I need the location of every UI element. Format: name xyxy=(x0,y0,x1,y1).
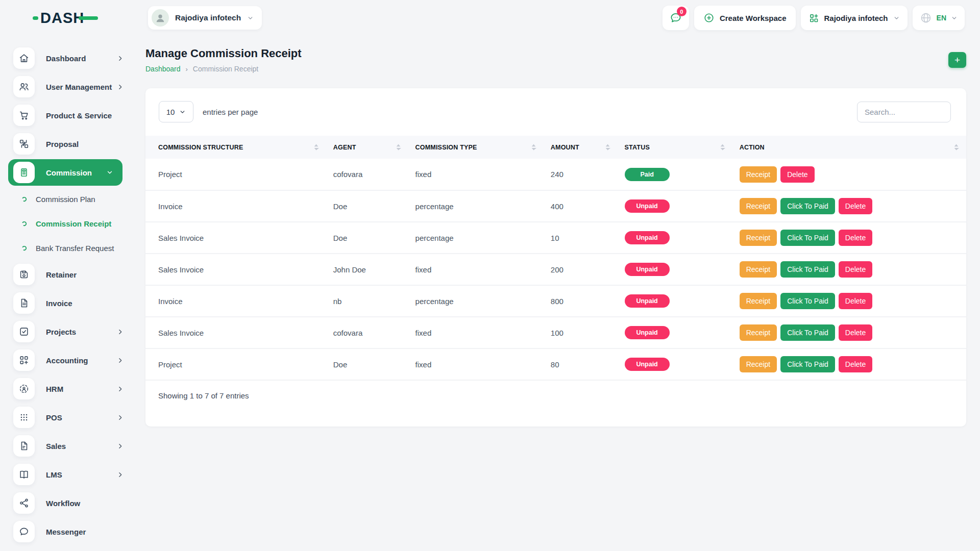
receipt-button[interactable]: Receipt xyxy=(740,198,777,214)
user-workspace-selector[interactable]: Rajodiya infotech xyxy=(148,6,262,30)
cell-commission-structure: Sales Invoice xyxy=(145,222,326,254)
cell-amount: 800 xyxy=(544,285,618,317)
sidebar-item-user-management[interactable]: User Management xyxy=(8,72,138,101)
receipt-button[interactable]: Receipt xyxy=(740,356,777,372)
sidebar-item-lms[interactable]: LMS xyxy=(8,460,138,489)
status-badge: Unpaid xyxy=(625,199,670,213)
delete-button[interactable]: Delete xyxy=(839,198,872,214)
check-square-icon xyxy=(13,321,35,342)
receipt-button[interactable]: Receipt xyxy=(740,166,777,183)
bullet-icon xyxy=(21,245,27,251)
sidebar-item-label: POS xyxy=(46,413,117,422)
sidebar: DashboardUser ManagementProduct & Servic… xyxy=(0,36,138,546)
sidebar-subitem-label: Bank Transfer Request xyxy=(36,244,114,253)
svg-text:DASH: DASH xyxy=(40,10,84,26)
cell-commission-type: fixed xyxy=(408,317,544,348)
chevron-right-icon xyxy=(117,84,124,90)
create-workspace-button[interactable]: Create Workspace xyxy=(694,6,796,30)
column-header-action[interactable]: ACTION xyxy=(732,136,966,159)
sidebar-item-workflow[interactable]: Workflow xyxy=(8,489,138,517)
sidebar-item-sales[interactable]: Sales xyxy=(8,432,138,460)
cell-actions: ReceiptClick To PaidDelete xyxy=(732,222,966,254)
sidebar-item-retainer[interactable]: Retainer xyxy=(8,260,138,289)
entries-per-page-select[interactable]: 10 xyxy=(159,101,193,122)
entries-per-page-value: 10 xyxy=(166,108,175,116)
cell-status: Unpaid xyxy=(618,222,732,254)
sidebar-subitem-bank-transfer-request[interactable]: Bank Transfer Request xyxy=(8,236,138,260)
column-header-amount[interactable]: AMOUNT xyxy=(544,136,618,159)
sidebar-subitem-commission-plan[interactable]: Commission Plan xyxy=(8,187,138,211)
language-selector[interactable]: EN xyxy=(913,6,965,30)
cell-amount: 80 xyxy=(544,348,618,380)
messages-button[interactable]: 0 xyxy=(663,6,689,30)
sidebar-item-messenger[interactable]: Messenger xyxy=(8,517,138,546)
delete-button[interactable]: Delete xyxy=(780,166,814,183)
receipt-button[interactable]: Receipt xyxy=(740,293,777,309)
sidebar-item-proposal[interactable]: Proposal xyxy=(8,130,138,158)
swap-icon xyxy=(13,133,35,155)
click-to-paid-button[interactable]: Click To Paid xyxy=(780,261,835,278)
click-to-paid-button[interactable]: Click To Paid xyxy=(780,230,835,246)
search-input[interactable] xyxy=(857,102,951,122)
sidebar-item-commission[interactable]: Commission xyxy=(8,159,122,186)
delete-button[interactable]: Delete xyxy=(839,324,872,341)
receipt-button[interactable]: Receipt xyxy=(740,324,777,341)
cell-commission-structure: Project xyxy=(145,348,326,380)
file-icon xyxy=(13,435,35,457)
column-header-status[interactable]: STATUS xyxy=(618,136,732,159)
cell-commission-type: percentage xyxy=(408,190,544,222)
cell-amount: 100 xyxy=(544,317,618,348)
sidebar-subitem-label: Commission Plan xyxy=(36,195,95,204)
add-commission-receipt-button[interactable]: + xyxy=(948,52,966,68)
table-row: Sales InvoiceDoepercentage10UnpaidReceip… xyxy=(145,222,966,254)
delete-button[interactable]: Delete xyxy=(839,261,872,278)
workspace-user-name: Rajodiya infotech xyxy=(175,13,241,22)
save-icon xyxy=(13,264,35,285)
click-to-paid-button[interactable]: Click To Paid xyxy=(780,198,835,214)
delete-button[interactable]: Delete xyxy=(839,356,872,372)
page-title: Manage Commission Receipt xyxy=(145,47,302,60)
workspace-switcher[interactable]: Rajodiya infotech xyxy=(801,6,908,30)
chevron-right-icon xyxy=(117,443,124,449)
receipt-button[interactable]: Receipt xyxy=(740,261,777,278)
dots-grid-icon xyxy=(13,407,35,428)
chevron-right-icon xyxy=(117,55,124,62)
cell-actions: ReceiptClick To PaidDelete xyxy=(732,254,966,285)
chevron-right-icon xyxy=(117,386,124,392)
breadcrumb-separator-icon: › xyxy=(186,65,188,73)
sidebar-item-label: Workflow xyxy=(46,499,138,508)
cell-commission-structure: Invoice xyxy=(145,190,326,222)
sidebar-item-label: Messenger xyxy=(46,528,138,536)
cell-agent: Doe xyxy=(326,222,408,254)
sidebar-item-invoice[interactable]: Invoice xyxy=(8,289,138,317)
sidebar-item-projects[interactable]: Projects xyxy=(8,317,138,346)
cell-commission-type: fixed xyxy=(408,254,544,285)
column-header-commission-type[interactable]: COMMISSION TYPE xyxy=(408,136,544,159)
receipt-button[interactable]: Receipt xyxy=(740,230,777,246)
status-badge: Unpaid xyxy=(625,231,670,244)
click-to-paid-button[interactable]: Click To Paid xyxy=(780,324,835,341)
sidebar-item-accounting[interactable]: Accounting xyxy=(8,346,138,374)
table-row: Projectcofovarafixed240PaidReceiptDelete xyxy=(145,159,966,190)
chevron-right-icon xyxy=(117,414,124,421)
column-header-agent[interactable]: AGENT xyxy=(326,136,408,159)
breadcrumb-dashboard-link[interactable]: Dashboard xyxy=(145,65,181,73)
click-to-paid-button[interactable]: Click To Paid xyxy=(780,293,835,309)
sidebar-item-product-service[interactable]: Product & Service xyxy=(8,101,138,130)
topbar: DASH Rajodiya infotech 0 Create Workspac… xyxy=(0,0,980,36)
messages-count-badge: 0 xyxy=(677,7,687,16)
sidebar-item-dashboard[interactable]: Dashboard xyxy=(8,44,138,72)
click-to-paid-button[interactable]: Click To Paid xyxy=(780,356,835,372)
column-header-commission-structure[interactable]: COMMISSION STRUCTURE xyxy=(145,136,326,159)
sidebar-subitem-commission-receipt[interactable]: Commission Receipt xyxy=(8,211,138,236)
status-badge: Paid xyxy=(625,168,670,181)
cell-actions: ReceiptClick To PaidDelete xyxy=(732,317,966,348)
delete-button[interactable]: Delete xyxy=(839,230,872,246)
cell-status: Unpaid xyxy=(618,285,732,317)
cell-actions: ReceiptClick To PaidDelete xyxy=(732,285,966,317)
sidebar-item-pos[interactable]: POS xyxy=(8,403,138,432)
chevron-right-icon xyxy=(117,329,124,335)
delete-button[interactable]: Delete xyxy=(839,293,872,309)
sidebar-item-hrm[interactable]: HRM xyxy=(8,374,138,403)
globe-icon xyxy=(920,12,932,24)
